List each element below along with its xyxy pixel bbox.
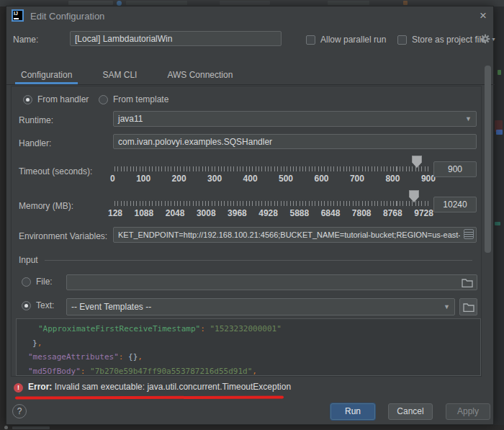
- tick-label: 300: [207, 174, 222, 184]
- close-icon[interactable]: ×: [480, 9, 487, 22]
- help-button[interactable]: ?: [12, 404, 27, 418]
- event-templates-combobox[interactable]: -- Event Templates -- ▼: [66, 298, 455, 315]
- error-prefix: Error:: [28, 382, 52, 392]
- intellij-logo-underline: [14, 18, 19, 19]
- tick-label: 700: [350, 174, 364, 184]
- chevron-down-icon: ▼: [465, 115, 472, 122]
- tick-label: 100: [136, 174, 150, 184]
- file-radio[interactable]: [22, 277, 31, 287]
- dialog-titlebar[interactable]: IJ Edit Configuration ×: [6, 6, 493, 25]
- event-file-folder-button[interactable]: [459, 298, 477, 315]
- store-as-project-file-label: Store as project file: [412, 35, 486, 45]
- background-code-fragment: [498, 70, 501, 75]
- from-template-radio[interactable]: [99, 95, 108, 104]
- file-path-input[interactable]: [66, 274, 477, 290]
- memory-value-wrap: [433, 197, 477, 212]
- timeout-value-wrap: [433, 161, 477, 177]
- tick-label: 600: [314, 174, 328, 184]
- background-tab-fragment: [328, 1, 369, 5]
- tick-label: 2048: [166, 208, 185, 218]
- name-label: Name:: [13, 35, 38, 45]
- background-tab-fragment: [126, 1, 187, 5]
- tick-label: 500: [279, 174, 293, 184]
- tick-label: 3008: [197, 208, 216, 218]
- background-file-icon: [117, 1, 122, 6]
- background-editor-right-strip: [494, 6, 504, 425]
- folder-icon[interactable]: [462, 278, 473, 287]
- cancel-button[interactable]: Cancel: [388, 403, 433, 420]
- store-as-project-file-checkbox[interactable]: [397, 35, 407, 45]
- environment-variables-input[interactable]: [113, 227, 477, 243]
- memory-tick-labels: 1281088204830083968492858886848780887689…: [108, 208, 433, 218]
- text-radio[interactable]: [22, 301, 31, 310]
- tick-label: 7808: [352, 208, 372, 218]
- intellij-logo-icon: IJ: [12, 9, 24, 22]
- runtime-combobox[interactable]: java11 ▼: [113, 111, 477, 127]
- memory-label: Memory (MB):: [19, 201, 73, 211]
- vertical-scrollbar-thumb[interactable]: [485, 66, 491, 253]
- red-underline-annotation: [15, 396, 284, 400]
- from-handler-radio-row[interactable]: From handler: [23, 94, 89, 104]
- error-icon: !: [14, 383, 23, 393]
- configuration-panel: From handler From template Runtime: java…: [11, 86, 482, 377]
- code-line: "md5OfBody": "7b270e59b47ff90a553787216d…: [17, 364, 480, 377]
- allow-parallel-run-label: Allow parallel run: [320, 35, 386, 45]
- tick-label: 1088: [135, 208, 154, 218]
- from-handler-radio[interactable]: [23, 95, 32, 104]
- background-tab-fragment: [68, 1, 113, 5]
- handler-label: Handler:: [19, 138, 51, 148]
- json-preview-editor[interactable]: "ApproximateFirstReceiveTimestamp": "152…: [16, 318, 481, 376]
- background-status-text-fragment: [12, 426, 50, 429]
- memory-value-input[interactable]: [433, 197, 477, 212]
- error-message: Error: Invalid sam executable: java.util…: [28, 382, 291, 392]
- runtime-value: java11: [118, 114, 143, 124]
- background-code-fragment: [496, 130, 503, 135]
- edit-configuration-dialog: IJ Edit Configuration × Name: Allow para…: [6, 6, 494, 425]
- input-section-label: Input: [19, 255, 38, 265]
- tab-aws-connection[interactable]: AWS Connection: [161, 68, 238, 84]
- tabs-divider: [6, 84, 495, 85]
- tick-label: 4928: [258, 208, 278, 218]
- timeout-slider-track[interactable]: [114, 166, 428, 171]
- allow-parallel-run-checkbox-row[interactable]: Allow parallel run: [306, 35, 386, 45]
- tab-configuration[interactable]: Configuration: [15, 68, 78, 84]
- tick-label: 0: [110, 174, 115, 184]
- name-input[interactable]: [70, 31, 282, 46]
- tick-label: 200: [172, 174, 186, 184]
- intellij-logo-text: IJ: [14, 11, 18, 16]
- background-status-icon: [4, 426, 8, 429]
- handler-field-wrap: [113, 134, 477, 149]
- json-preview-lines: "ApproximateFirstReceiveTimestamp": "152…: [17, 322, 480, 376]
- timeout-tick-labels: 0100200300400500600700800900: [110, 174, 436, 184]
- store-options-gear-button[interactable]: ▼: [480, 33, 496, 45]
- memory-slider-track[interactable]: [114, 201, 428, 206]
- timeout-value-input[interactable]: [433, 161, 477, 177]
- tick-label: 3968: [228, 208, 247, 218]
- background-tab-fragment: [220, 1, 270, 5]
- from-handler-label: From handler: [37, 94, 89, 104]
- tick-label: 9728: [414, 208, 433, 218]
- tab-sam-cli[interactable]: SAM CLI: [96, 68, 143, 84]
- background-code-fragment: [495, 222, 500, 225]
- from-template-label: From template: [113, 94, 168, 104]
- text-radio-row[interactable]: Text:: [22, 300, 54, 310]
- from-template-radio-row[interactable]: From template: [99, 94, 168, 104]
- file-radio-row[interactable]: File:: [22, 277, 53, 287]
- handler-input[interactable]: [113, 134, 477, 149]
- background-icon-fragment: [403, 1, 408, 5]
- folder-icon: [463, 303, 474, 312]
- runtime-label: Runtime:: [19, 115, 53, 125]
- apply-button[interactable]: Apply: [446, 403, 490, 420]
- code-line: },: [17, 336, 480, 351]
- dialog-tabs: Configuration SAM CLI AWS Connection: [15, 68, 238, 84]
- allow-parallel-run-checkbox[interactable]: [306, 35, 315, 45]
- store-as-project-file-checkbox-row[interactable]: Store as project file: [397, 35, 486, 45]
- tick-label: 128: [108, 208, 122, 218]
- run-button[interactable]: Run: [330, 403, 375, 420]
- environment-variables-field-wrap: [113, 227, 477, 243]
- name-field-wrap: [70, 31, 282, 46]
- dialog-title: Edit Configuration: [30, 11, 104, 22]
- code-line: "messageAttributes": {},: [17, 350, 480, 364]
- code-line: "ApproximateFirstReceiveTimestamp": "152…: [17, 322, 480, 336]
- env-variables-browse-icon[interactable]: [464, 229, 474, 239]
